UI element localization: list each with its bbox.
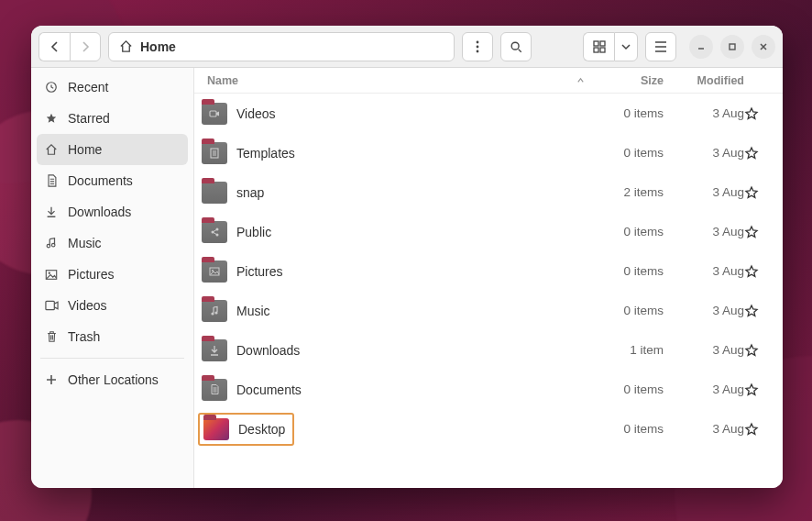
svg-point-23 [214, 311, 217, 314]
file-modified: 3 Aug [664, 106, 744, 120]
svg-rect-15 [210, 111, 216, 116]
sidebar-item-label: Music [68, 236, 102, 250]
svg-rect-6 [594, 48, 598, 52]
sidebar-item-downloads[interactable]: Downloads [31, 196, 193, 227]
sidebar-item-trash[interactable]: Trash [31, 321, 193, 352]
star-button[interactable] [744, 185, 772, 200]
svg-point-11 [51, 243, 55, 247]
sidebar-item-other-locations[interactable]: Other Locations [31, 364, 193, 395]
view-options-button[interactable] [614, 32, 638, 61]
close-icon [759, 42, 768, 51]
column-header-modified[interactable]: Modified [664, 74, 744, 87]
file-manager-window: Home [31, 26, 783, 488]
svg-rect-7 [600, 48, 605, 52]
sidebar-item-label: Recent [68, 80, 108, 94]
star-button[interactable] [744, 106, 772, 121]
file-size: 0 items [590, 382, 664, 396]
main-pane: Name Size Modified Videos0 items3 AugTem… [194, 68, 783, 488]
svg-point-2 [477, 50, 479, 52]
star-button[interactable] [744, 343, 772, 358]
sidebar-item-starred[interactable]: Starred [31, 103, 193, 134]
sidebar-item-videos[interactable]: Videos [31, 290, 193, 321]
sidebar-item-label: Home [68, 142, 102, 157]
column-header-size[interactable]: Size [590, 74, 664, 87]
star-button[interactable] [744, 225, 772, 239]
file-row[interactable]: Public0 items3 Aug [194, 212, 783, 251]
sidebar-item-recent[interactable]: Recent [31, 72, 193, 103]
file-modified: 3 Aug [664, 422, 744, 436]
nav-buttons [38, 32, 101, 61]
file-size: 0 items [590, 304, 664, 317]
file-size: 2 items [590, 185, 664, 199]
sidebar-item-music[interactable]: Music [31, 227, 193, 259]
sidebar-item-label: Downloads [68, 205, 131, 219]
folder-icon [202, 379, 227, 401]
sidebar-item-label: Trash [68, 329, 100, 344]
path-bar[interactable]: Home [108, 32, 455, 61]
star-button[interactable] [744, 304, 772, 318]
file-modified: 3 Aug [664, 225, 744, 238]
star-button[interactable] [744, 422, 772, 437]
hamburger-menu-button[interactable] [645, 32, 676, 61]
view-switcher [583, 32, 638, 61]
folder-icon [203, 418, 229, 440]
file-name: Documents [236, 382, 302, 397]
star-button[interactable] [744, 264, 772, 279]
sidebar-item-label: Documents [68, 173, 133, 188]
svg-point-13 [49, 272, 50, 273]
maximize-icon [728, 42, 737, 51]
svg-rect-4 [594, 41, 598, 46]
sidebar-item-documents[interactable]: Documents [31, 165, 193, 196]
file-row[interactable]: Documents0 items3 Aug [194, 370, 783, 409]
maximize-button[interactable] [720, 35, 744, 59]
file-row[interactable]: Downloads1 item3 Aug [194, 330, 783, 370]
minimize-icon [697, 42, 706, 51]
file-size: 0 items [590, 422, 664, 436]
file-row[interactable]: Music0 items3 Aug [194, 291, 783, 330]
file-size: 0 items [590, 106, 664, 120]
path-menu-button[interactable] [462, 32, 493, 61]
document-icon [44, 173, 59, 188]
file-row[interactable]: snap2 items3 Aug [194, 172, 783, 212]
folder-icon [202, 260, 227, 283]
path-location-label: Home [140, 39, 176, 54]
sidebar-separator [40, 358, 184, 359]
file-name: Pictures [236, 264, 283, 279]
chevron-right-icon [80, 41, 91, 52]
svg-point-1 [477, 45, 479, 48]
file-name: Music [236, 304, 270, 318]
file-row[interactable]: Videos0 items3 Aug [194, 94, 783, 133]
star-button[interactable] [744, 382, 772, 397]
column-header-name[interactable]: Name [202, 74, 590, 87]
file-list[interactable]: Videos0 items3 AugTemplates0 items3 Augs… [194, 94, 783, 488]
svg-point-0 [477, 40, 479, 43]
file-row[interactable]: Pictures0 items3 Aug [194, 251, 783, 291]
search-button[interactable] [500, 32, 532, 61]
file-name: snap [236, 185, 264, 200]
svg-point-10 [47, 244, 50, 248]
sidebar-item-label: Other Locations [68, 372, 159, 387]
sidebar-item-home[interactable]: Home [37, 134, 188, 165]
file-size: 1 item [590, 343, 664, 357]
file-name: Videos [236, 106, 276, 121]
folder-icon [202, 182, 227, 204]
file-name: Downloads [236, 343, 300, 358]
star-button[interactable] [744, 146, 772, 161]
minimize-button[interactable] [689, 35, 713, 59]
file-modified: 3 Aug [664, 264, 744, 278]
file-row[interactable]: Templates0 items3 Aug [194, 133, 783, 172]
icon-view-button[interactable] [583, 32, 614, 61]
music-icon [44, 236, 59, 250]
plus-icon [44, 372, 59, 387]
file-row[interactable]: Desktop0 items3 Aug [194, 409, 783, 449]
sidebar-item-pictures[interactable]: Pictures [31, 259, 193, 290]
sidebar-item-label: Starred [68, 111, 110, 126]
close-button[interactable] [752, 35, 775, 59]
back-button[interactable] [38, 32, 70, 61]
folder-icon [202, 300, 227, 322]
chevron-down-icon [621, 42, 631, 51]
home-icon [44, 142, 59, 157]
home-icon [118, 39, 133, 54]
forward-button[interactable] [70, 32, 101, 61]
headerbar: Home [31, 26, 783, 68]
